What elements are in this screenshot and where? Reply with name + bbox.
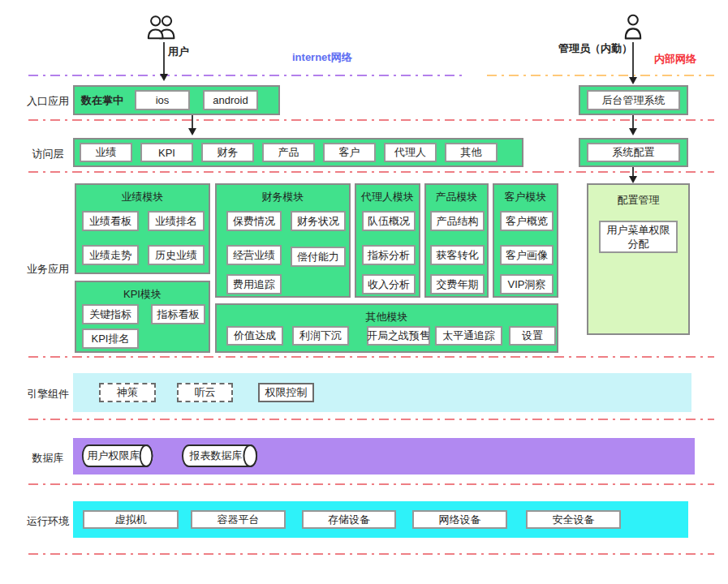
runtime-band: 虚拟机 容器平台 存储设备 网络设备 安全设备 [73, 501, 688, 538]
admin-icon [622, 14, 644, 40]
module-chip: 队伍概况 [362, 211, 416, 231]
module-chip: 交费年期 [430, 274, 485, 294]
module-chip: 财务状况 [291, 211, 346, 231]
cylinder-label: 报表数据库 [186, 444, 246, 468]
agent-module: 代理人模块 队伍概况 指标分析 收入分析 [355, 183, 420, 298]
module-chip: VIP洞察 [500, 274, 554, 294]
module-chip: 费用追踪 [226, 274, 282, 294]
access-chip: 产品 [262, 143, 315, 162]
separator-line [28, 171, 714, 173]
cylinder-label: 用户权限库 [86, 444, 141, 468]
separator-line [28, 483, 714, 485]
module-chip: 经营业绩 [226, 245, 282, 265]
module-chip: 产品结构 [430, 211, 485, 231]
layer-label-business: 业务应用 [24, 262, 71, 277]
config-to-manage-arrow [632, 167, 634, 177]
entry-app-band: 数在掌中 ios android [73, 85, 280, 115]
module-chip: 开局之战预售 [367, 326, 430, 346]
layer-label-database: 数据库 [24, 451, 71, 466]
database-cylinder: 报表数据库 [181, 444, 261, 468]
module-chip: 业绩排名 [148, 211, 205, 231]
access-chip: 财务 [201, 143, 254, 162]
module-title: 业绩模块 [76, 185, 209, 204]
entry-to-access-arrow [192, 115, 193, 129]
module-chip: 保费情况 [226, 211, 282, 231]
module-chip: 客户概览 [500, 211, 554, 231]
architecture-diagram: 用户 internet网络 管理员（内勤） 内部网络 入口应用 访问层 业务应用… [0, 0, 728, 584]
module-chip: 用户菜单权限分配 [599, 221, 678, 253]
module-chip: 指标分析 [362, 245, 416, 265]
engine-band: 神策 听云 权限控制 [73, 373, 691, 412]
performance-module: 业绩模块 业绩看板 业绩排名 业绩走势 历史业绩 [75, 183, 210, 274]
module-title: KPI模块 [76, 282, 209, 302]
engine-chip: 神策 [99, 383, 156, 402]
kpi-module: KPI模块 关键指标 指标看板 KPI排名 [75, 281, 210, 353]
runtime-chip: 安全设备 [526, 510, 621, 529]
android-chip: android [203, 90, 258, 110]
module-chip: 历史业绩 [148, 245, 205, 265]
module-chip: 业绩看板 [82, 211, 139, 231]
module-chip: 太平通追踪 [435, 326, 502, 346]
module-chip: 利润下沉 [292, 326, 349, 346]
module-chip: 获客转化 [430, 245, 485, 265]
runtime-chip: 存储设备 [302, 510, 396, 529]
backend-system-band: 后台管理系统 [579, 85, 688, 115]
module-chip: 关键指标 [82, 304, 139, 324]
ios-chip: ios [135, 90, 190, 110]
other-module: 其他模块 价值达成 利润下沉 开局之战预售 太平通追踪 设置 [215, 303, 558, 353]
runtime-chip: 虚拟机 [83, 510, 179, 529]
module-title: 财务模块 [217, 185, 349, 204]
module-title: 其他模块 [217, 305, 557, 324]
database-band: 用户权限库 报表数据库 [73, 438, 695, 474]
finance-module: 财务模块 保费情况 财务状况 经营业绩 偿付能力 费用追踪 [215, 183, 351, 298]
engine-chip: 权限控制 [258, 383, 314, 402]
backend-system-chip: 后台管理系统 [587, 90, 680, 110]
module-chip: 偿付能力 [291, 247, 346, 267]
engine-chip: 听云 [177, 383, 233, 402]
system-config-band: 系统配置 [579, 138, 688, 167]
user-label: 用户 [168, 45, 189, 58]
module-chip: 客户画像 [500, 245, 554, 265]
access-chip: 其他 [445, 143, 498, 162]
module-title: 配置管理 [588, 185, 688, 208]
internet-boundary-line [28, 75, 467, 76]
layer-label-access: 访问层 [24, 147, 71, 161]
access-layer-band: 业绩 KPI 财务 产品 客户 代理人 其他 [73, 138, 523, 167]
module-title: 代理人模块 [356, 185, 419, 204]
separator-line [28, 119, 714, 121]
layer-label-runtime: 运行环境 [24, 514, 71, 529]
module-chip: 价值达成 [226, 326, 283, 346]
config-manage-module: 配置管理 用户菜单权限分配 [587, 183, 690, 335]
backend-to-config-arrow [632, 115, 634, 129]
system-config-chip: 系统配置 [587, 143, 680, 162]
layer-label-entry: 入口应用 [24, 94, 71, 109]
customer-module: 客户模块 客户概览 客户画像 VIP洞察 [493, 183, 558, 298]
internal-boundary-line [487, 75, 714, 76]
module-title: 客户模块 [494, 185, 557, 204]
separator-line [28, 356, 714, 358]
module-chip: 指标看板 [151, 304, 205, 324]
access-chip: 客户 [323, 143, 376, 162]
admin-label: 管理员（内勤） [558, 42, 632, 55]
module-chip: 设置 [509, 326, 556, 346]
separator-line [28, 419, 714, 420]
runtime-chip: 容器平台 [191, 510, 286, 529]
admin-to-backend-arrow [632, 42, 634, 78]
user-to-entry-arrow [163, 42, 165, 75]
internal-network-label: 内部网络 [654, 52, 696, 67]
database-cylinder: 用户权限库 [81, 444, 156, 468]
product-module: 产品模块 产品结构 获客转化 交费年期 [424, 183, 489, 298]
separator-line [28, 553, 714, 555]
access-chip: KPI [140, 143, 193, 162]
access-chip: 代理人 [384, 143, 437, 162]
users-icon [145, 15, 178, 40]
brand-label: 数在掌中 [81, 94, 123, 107]
layer-label-engine: 引擎组件 [24, 387, 71, 402]
access-chip: 业绩 [80, 143, 132, 162]
internet-network-label: internet网络 [292, 50, 352, 65]
module-chip: 业绩走势 [82, 245, 139, 265]
module-chip: KPI排名 [82, 328, 139, 349]
module-title: 产品模块 [426, 185, 487, 204]
module-chip: 收入分析 [362, 274, 416, 294]
runtime-chip: 网络设备 [412, 510, 507, 529]
